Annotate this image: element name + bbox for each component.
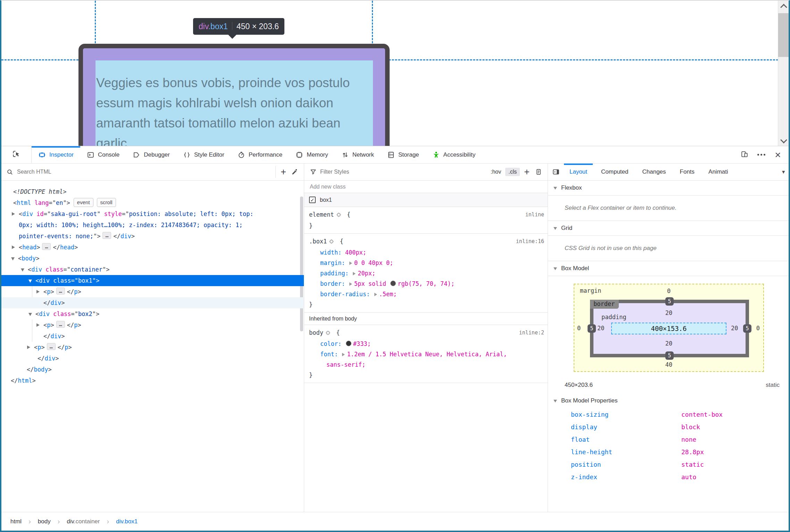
- property-value[interactable]: .5em: [379, 291, 393, 298]
- expander-closed-icon[interactable]: [12, 246, 15, 249]
- margin-top-value[interactable]: 0: [574, 288, 763, 294]
- sidebar-toggle-button[interactable]: [552, 168, 560, 176]
- breadcrumb-item[interactable]: div.container: [67, 518, 100, 525]
- checkbox-checked-icon[interactable]: ✓: [309, 197, 316, 203]
- margin-right-value[interactable]: 0: [756, 325, 760, 332]
- expander-closed-icon[interactable]: [36, 290, 40, 293]
- boxmodel-property-name[interactable]: z-index: [571, 473, 681, 481]
- boxmodel-property-name[interactable]: line-height: [571, 448, 681, 456]
- tab-debugger[interactable]: Debugger: [126, 146, 176, 163]
- color-swatch[interactable]: [390, 281, 396, 286]
- content-box[interactable]: 400×153.6: [611, 323, 726, 334]
- property-name[interactable]: border-radius:: [320, 291, 370, 298]
- markup-node[interactable]: <head>…</head>: [1, 242, 304, 253]
- padding-bottom-value[interactable]: 20: [574, 340, 763, 347]
- breadcrumb-item[interactable]: body: [38, 518, 51, 525]
- property-name[interactable]: border:: [320, 280, 345, 287]
- rule-source-link[interactable]: inline:2: [519, 327, 544, 338]
- property-name[interactable]: width:: [320, 249, 341, 256]
- close-devtools-button[interactable]: ×: [771, 148, 785, 162]
- breadcrumb-item-selected[interactable]: div.box1: [116, 518, 138, 525]
- inline-text-ellipsis[interactable]: …: [102, 232, 111, 239]
- tab-accessibility[interactable]: Accessibility: [426, 146, 482, 163]
- boxmodel-property-name[interactable]: box-sizing: [571, 411, 681, 418]
- rule-selector-line[interactable]: element {inline: [304, 209, 548, 221]
- property-name[interactable]: color:: [320, 340, 341, 347]
- markup-node-selected[interactable]: <div class="box1">: [1, 275, 304, 286]
- tab-computed[interactable]: Computed: [594, 164, 635, 180]
- border-right-value[interactable]: 5: [743, 324, 751, 333]
- tab-console[interactable]: Console: [80, 146, 126, 163]
- markup-node[interactable]: <p>…</p>: [1, 286, 304, 297]
- add-node-button[interactable]: +: [281, 167, 286, 177]
- page-scrollbar[interactable]: [778, 1, 789, 146]
- property-name[interactable]: font:: [320, 351, 338, 358]
- markup-node[interactable]: <html lang="en">eventscroll: [1, 197, 304, 208]
- color-swatch[interactable]: [346, 341, 351, 346]
- boxmodel-property-row[interactable]: z-indexauto: [548, 471, 789, 483]
- border-left-value[interactable]: 5: [588, 324, 596, 333]
- property-value[interactable]: 400px: [345, 249, 363, 256]
- markup-node[interactable]: 0px; width: 100%; height…100%; z-index: …: [1, 219, 304, 231]
- padding-top-value[interactable]: 20: [574, 309, 763, 316]
- tab-fonts[interactable]: Fonts: [673, 164, 702, 180]
- tab-network[interactable]: Network: [335, 146, 381, 163]
- tab-changes[interactable]: Changes: [635, 164, 673, 180]
- css-declaration[interactable]: color: #333;: [304, 339, 548, 349]
- property-value[interactable]: 5px solid: [354, 280, 390, 287]
- rule-selector[interactable]: .box1: [309, 238, 327, 245]
- eyedropper-button[interactable]: [291, 168, 298, 176]
- scrollbar-thumb[interactable]: [778, 13, 789, 57]
- selector-highlighter-icon[interactable]: [325, 328, 331, 339]
- tab-storage[interactable]: Storage: [381, 146, 426, 163]
- css-declaration-wrap[interactable]: sans-serif;: [304, 359, 548, 370]
- property-value[interactable]: 1.2em / 1.5 Helvetica Neue, Helvetica, A…: [347, 351, 507, 358]
- inline-text-ellipsis[interactable]: …: [56, 288, 65, 294]
- padding-left-value[interactable]: 20: [597, 325, 604, 332]
- markup-node[interactable]: </div>: [1, 331, 304, 342]
- expand-value-icon[interactable]: [353, 272, 356, 275]
- grid-section-header[interactable]: Grid: [548, 221, 789, 236]
- event-badge[interactable]: event: [74, 198, 93, 207]
- css-declaration[interactable]: border-radius: .5em;: [304, 289, 548, 299]
- add-new-class-input[interactable]: Add new class: [304, 181, 548, 193]
- padding-right-value[interactable]: 20: [731, 325, 738, 332]
- toggle-class-panel-button[interactable]: .cls: [505, 168, 520, 176]
- rule-selector[interactable]: body: [309, 329, 323, 336]
- markup-node[interactable]: <p>…</p>: [1, 319, 304, 331]
- boxmodel-property-row[interactable]: box-sizingcontent-box: [548, 408, 789, 421]
- inline-text-ellipsis[interactable]: …: [42, 243, 51, 250]
- scroll-up-icon[interactable]: [780, 4, 787, 11]
- inline-text-ellipsis[interactable]: …: [47, 343, 56, 350]
- markup-node[interactable]: </html>: [1, 375, 304, 386]
- boxmodel-property-row[interactable]: line-height28.8px: [548, 446, 789, 458]
- rule-selector[interactable]: element: [309, 211, 334, 218]
- boxmodel-property-name[interactable]: position: [571, 461, 681, 468]
- css-declaration[interactable]: font: 1.2em / 1.5 Helvetica Neue, Helvet…: [304, 349, 548, 359]
- tab-inspector[interactable]: Inspector: [32, 146, 80, 163]
- markup-node[interactable]: <body>: [1, 253, 304, 264]
- boxmodel-property-row[interactable]: positionstatic: [548, 458, 789, 471]
- expander-closed-icon[interactable]: [27, 346, 30, 349]
- rule-source-link[interactable]: inline: [525, 209, 544, 220]
- search-input[interactable]: Search HTML: [17, 169, 51, 175]
- boxmodel-section-header[interactable]: Box Model: [548, 261, 789, 276]
- filter-styles-input[interactable]: Filter Styles: [320, 169, 349, 175]
- border-bottom-value[interactable]: 5: [665, 351, 674, 360]
- tab-style-editor[interactable]: Style Editor: [176, 146, 231, 163]
- markup-node[interactable]: <!DOCTYPE html>: [1, 186, 304, 197]
- breadcrumb-item[interactable]: html: [10, 518, 22, 525]
- inline-text-ellipsis[interactable]: …: [56, 321, 65, 328]
- markup-node[interactable]: <div class="box2">: [1, 308, 304, 319]
- selector-highlighter-icon[interactable]: [329, 237, 334, 247]
- markup-node[interactable]: </div>: [1, 297, 304, 308]
- expander-closed-icon[interactable]: [12, 212, 15, 216]
- event-badge[interactable]: scroll: [97, 198, 116, 207]
- boxmodel-property-row[interactable]: floatnone: [548, 433, 789, 446]
- markup-node[interactable]: </div>: [1, 353, 304, 364]
- markup-node[interactable]: <div id="saka-gui-root" style="position:…: [1, 208, 304, 219]
- pick-element-button[interactable]: [1, 146, 32, 163]
- property-value[interactable]: #333: [353, 340, 367, 347]
- expander-closed-icon[interactable]: [36, 323, 40, 327]
- boxmodel-property-row[interactable]: displayblock: [548, 421, 789, 433]
